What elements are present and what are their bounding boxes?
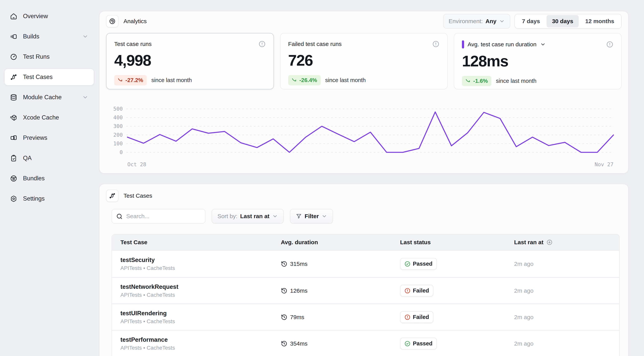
sidebar-item-settings[interactable]: Settings [4, 190, 94, 207]
stat-card-title: Test case runs [114, 41, 152, 47]
delta-badge: -26.4% [288, 75, 321, 85]
sort-by-value: Last ran at [240, 213, 270, 219]
table-row[interactable]: testPerformanceAPITests • CacheTests354m… [112, 330, 619, 356]
test-cases-table: Test Case Avg. duration Last status Last… [112, 234, 620, 356]
environment-value: Any [486, 18, 496, 24]
test-case-suites: APITests • CacheTests [120, 265, 281, 271]
metric-selector[interactable]: Avg. test case run duration [462, 40, 546, 48]
test-cases-icon [10, 74, 17, 81]
check-circle-icon [404, 341, 410, 347]
search-icon [116, 213, 123, 220]
delta-caption: since last month [325, 77, 366, 83]
chevron-down-icon [540, 41, 546, 47]
builds-icon [10, 33, 17, 40]
bundle-sphere-icon [10, 175, 17, 182]
svg-text:0: 0 [120, 149, 123, 155]
status-badge: Failed [400, 285, 433, 297]
trending-down-icon [466, 78, 471, 84]
avg-duration-cell: 126ms [281, 287, 400, 294]
sidebar-item-previews[interactable]: Previews [4, 129, 94, 146]
sidebar-item-overview[interactable]: Overview [4, 8, 94, 25]
stat-card-failed-test-case-runs[interactable]: Failed test case runs 726 -26.4% since l… [280, 33, 448, 89]
svg-text:Nov 27: Nov 27 [594, 161, 614, 167]
check-circle-icon [404, 261, 410, 267]
database-icon [10, 94, 17, 101]
avg-duration-value: 79ms [290, 314, 304, 321]
test-cases-toolbar: Sort by: Last ran at Filter [112, 209, 620, 224]
test-case-name: testNetworkRequest [120, 283, 281, 290]
sort-by-label: Sort by: [218, 213, 237, 219]
chevron-down-icon [322, 213, 327, 219]
sidebar-item-label: QA [23, 155, 32, 162]
environment-dropdown[interactable]: Environment: Any [443, 14, 510, 28]
info-icon [606, 41, 614, 48]
analytics-line-chart: 0100200300400500Oct 28Nov 27 [106, 94, 628, 174]
avg-duration-cell: 354ms [281, 340, 400, 347]
status-badge: Passed [400, 338, 437, 350]
sidebar-item-label: Settings [23, 195, 45, 202]
history-clock-icon [281, 261, 288, 267]
table-row[interactable]: testSecurityAPITests • CacheTests315msPa… [112, 251, 619, 277]
last-ran-cell: 2m ago [514, 261, 619, 267]
search-input[interactable] [112, 209, 205, 223]
sidebar: Overview Builds Test Runs Test Cases Mod… [0, 0, 99, 356]
chevron-down-icon [499, 18, 505, 24]
sort-descending-icon [546, 239, 553, 246]
delta-value: -26.4% [300, 77, 317, 83]
sidebar-item-qa[interactable]: QA [4, 150, 94, 167]
column-header-last-ran-at[interactable]: Last ran at [514, 239, 619, 246]
sidebar-item-bundles[interactable]: Bundles [4, 170, 94, 187]
chevron-down-icon [82, 33, 88, 40]
search-box [112, 209, 206, 224]
info-icon [258, 40, 266, 48]
svg-text:200: 200 [113, 132, 123, 138]
delta-caption: since last month [496, 78, 536, 84]
test-case-name: testSecurity [120, 257, 281, 264]
stat-card-test-case-runs[interactable]: Test case runs 4,998 -27.2% since last m… [106, 33, 274, 89]
test-case-name: testPerformance [120, 336, 281, 343]
sidebar-item-test-runs[interactable]: Test Runs [4, 48, 94, 65]
chevron-down-icon [272, 213, 278, 219]
stat-card-title: Avg. test case run duration [468, 41, 536, 48]
test-cases-panel: Test Cases Sort by: Last ran at Filter [99, 184, 628, 356]
filter-funnel-icon [296, 213, 302, 219]
test-cases-icon [109, 192, 116, 199]
avg-duration-value: 315ms [290, 261, 308, 267]
analytics-spiral-icon [109, 18, 116, 24]
trending-down-icon [118, 77, 124, 83]
environment-label: Environment: [448, 18, 483, 24]
sort-by-dropdown[interactable]: Sort by: Last ran at [212, 209, 284, 224]
status-label: Passed [413, 261, 432, 267]
avg-duration-cell: 79ms [281, 314, 400, 321]
table-body: testSecurityAPITests • CacheTests315msPa… [112, 251, 619, 356]
delta-badge: -27.2% [114, 75, 147, 85]
alert-circle-icon [404, 314, 410, 320]
column-header-last-status: Last status [400, 239, 514, 246]
history-clock-icon [281, 340, 288, 347]
filter-button[interactable]: Filter [290, 209, 333, 224]
table-row[interactable]: testNetworkRequestAPITests • CacheTests1… [112, 277, 619, 304]
delta-badge: -1.6% [462, 76, 491, 86]
delta-value: -1.6% [473, 78, 488, 84]
sidebar-item-label: Test Cases [23, 74, 52, 80]
analytics-chip [106, 15, 118, 27]
svg-text:100: 100 [113, 141, 123, 147]
analytics-panel: Analytics Environment: Any 7 days 30 day… [99, 11, 628, 174]
table-row[interactable]: testUIRenderingAPITests • CacheTests79ms… [112, 304, 619, 330]
sidebar-item-test-cases[interactable]: Test Cases [4, 69, 94, 86]
table-header: Test Case Avg. duration Last status Last… [112, 234, 619, 251]
stat-card-title: Failed test case runs [288, 41, 342, 47]
range-button-30-days[interactable]: 30 days [546, 15, 579, 27]
history-clock-icon [281, 287, 288, 294]
range-button-12-months[interactable]: 12 months [580, 15, 620, 27]
stat-card-avg-duration[interactable]: Avg. test case run duration 128ms -1.6% … [454, 33, 622, 89]
date-range-segmented-control: 7 days 30 days 12 months [514, 14, 622, 28]
sidebar-item-xcode-cache[interactable]: Xcode Cache [4, 109, 94, 126]
avg-duration-value: 354ms [290, 340, 308, 347]
test-case-suites: APITests • CacheTests [120, 318, 281, 325]
range-button-7-days[interactable]: 7 days [516, 15, 545, 27]
home-icon [10, 13, 17, 20]
sidebar-item-builds[interactable]: Builds [4, 28, 94, 45]
sidebar-item-module-cache[interactable]: Module Cache [4, 89, 94, 106]
test-case-suites: APITests • CacheTests [120, 292, 281, 298]
